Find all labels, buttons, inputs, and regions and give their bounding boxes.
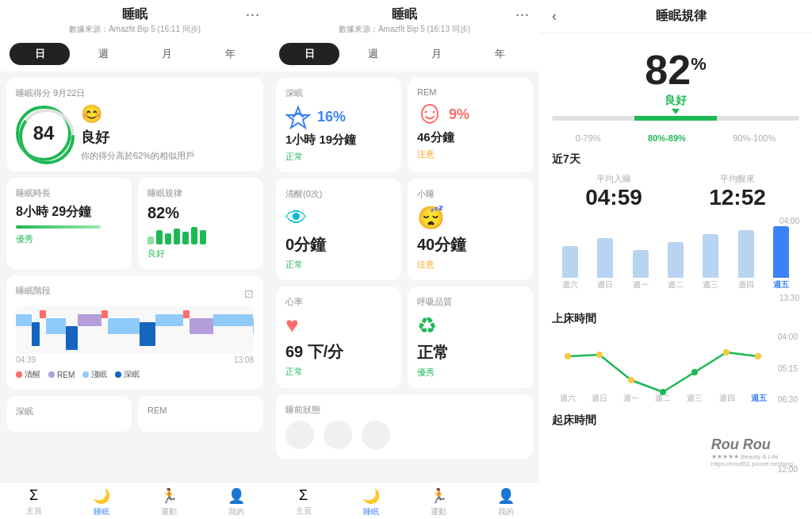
bar-col-5: 週三 [695,234,726,290]
awake-label: 清醒 [25,369,40,380]
tab-month-p2[interactable]: 月 [406,43,466,65]
nap-value: 40分鐘 [417,234,523,256]
avg-sleep-item: 平均入睡 04:59 [585,173,642,210]
avg-sleep-value: 04:59 [585,185,642,210]
avg-row: 平均入睡 04:59 平均醒來 12:52 [552,173,799,210]
svg-rect-8 [102,310,108,318]
tab-year-p2[interactable]: 年 [469,43,530,65]
expand-icon[interactable]: ⊡ [244,287,254,300]
home-icon-p1: Σ [29,487,38,504]
tab-day-p1[interactable]: 日 [10,43,70,65]
range-labels: 0-79% 80%-89% 90%-100% [552,133,799,143]
bar-4 [668,242,684,278]
bar-7 [773,226,789,278]
panel2-subtitle: 數據來源：Amazfit Bip 5 (16:13 同步) [270,24,539,35]
sport-icon-p2: 🏃 [430,487,447,505]
reg-label: 睡眠規律 [147,187,254,199]
panel2-nav: Σ 主頁 🌙 睡眠 🏃 運動 👤 我的 [270,482,539,519]
bar-3 [633,250,649,278]
rem-sub: 注意 [417,148,523,160]
svg-rect-15 [253,318,254,334]
range-seg-2 [634,116,717,121]
tab-month-p1[interactable]: 月 [136,43,197,65]
nav-sport-p2[interactable]: 🏃 運動 [404,487,472,517]
deep-card: 深眠 16% 1小時 19分鐘 正常 [276,78,401,172]
tab-week-p2[interactable]: 週 [343,43,403,65]
bedtime-title: 上床時間 [552,312,799,326]
breath-icon: ♻ [417,313,523,339]
reg-sub: 良好 [147,248,254,260]
bar-col-6: 週四 [730,230,760,290]
nav-home-p2[interactable]: Σ 主頁 [270,487,337,517]
sleep-score-card: 睡眠得分 9月22日 84 😊 良好 你的得分高於62%的相似用戶 [6,78,263,171]
deep-rem-row: 深眠 REM [6,396,263,432]
bedtime-top-label: 04:00 [778,333,798,341]
reg-bar-3 [165,233,171,244]
legend-awake: 清醒 [16,369,40,380]
range-label-3: 90%-100% [733,133,776,143]
light-label: 淺眠 [91,369,107,380]
breath-sub: 優秀 [417,367,523,379]
reg-value: 82% [147,204,254,222]
range-bar [552,116,799,121]
recent-title: 近7天 [552,152,799,167]
duration-reg-row: 睡眠時長 8小時 29分鐘 優秀 睡眠規律 82% 良好 [6,178,263,269]
deep-sub: 正常 [285,151,392,163]
score-card-body: 84 😊 良好 你的得分高於62%的相似用戶 [16,104,254,162]
panel2-dots[interactable]: ··· [515,6,530,23]
nav-me-p2[interactable]: 👤 我的 [472,487,539,517]
stage-start: 04:39 [16,356,36,364]
reg-bar-6 [191,227,197,244]
avg-wake-label: 平均醒來 [709,173,766,185]
chart-bot-label: 13:30 [552,294,799,302]
nap-card: 小睡 😴 40分鐘 注意 [408,179,533,280]
svg-rect-10 [140,322,155,346]
sport-icon-p1: 🏃 [160,487,178,505]
bedtime-days: 週六 週日 週一 週二 週三 週四 週五 [552,393,775,404]
score-unit: % [691,54,707,74]
legend-row: 清醒 REM 淺眠 深眠 [16,369,254,380]
avg-sleep-label: 平均入睡 [585,173,642,185]
nap-icon: 😴 [417,205,523,231]
tab-day-p2[interactable]: 日 [279,43,339,65]
light-dot [82,371,89,378]
watermark-sub: ★★★★★ Beauty & Lifehttps://rou852.pixnet… [711,453,793,467]
waketime-title: 起床時間 [552,413,799,428]
tab-year-p1[interactable]: 年 [200,43,260,65]
awake-icon: 👁 [285,205,392,231]
nav-home-p1[interactable]: Σ 主頁 [0,487,67,517]
nav-sport-p1[interactable]: 🏃 運動 [135,487,202,517]
panel1-dots[interactable]: ··· [246,6,260,23]
panel1-header: 睡眠 數據來源：Amazfit Bip 5 (16:11 同步) ··· [0,0,270,38]
score-status: 良好 [81,128,194,147]
svg-point-20 [628,377,634,383]
rem-card: REM 9% 46分鐘 注意 [408,78,533,172]
awake-nap-cards: 清醒(0次) 👁 0分鐘 正常 小睡 😴 40分鐘 注意 [276,179,533,280]
tab-week-p1[interactable]: 週 [73,43,133,65]
presleep-card: 睡前狀態 [276,394,533,459]
panel2-content: 深眠 16% 1小時 19分鐘 正常 REM [270,71,539,482]
range-marker [672,109,680,114]
sleep-icon-p1: 🌙 [93,487,110,505]
svg-rect-14 [213,314,253,326]
duration-card: 睡眠時長 8小時 29分鐘 優秀 [6,178,132,269]
heart-value: 69 下/分 [285,341,392,363]
nav-sleep-p2[interactable]: 🌙 睡眠 [337,487,404,517]
deep-label: 深眠 [124,369,140,380]
legend-rem: REM [48,369,75,380]
panel2-tabs: 日 週 月 年 [270,38,539,71]
deep-dot [115,371,121,378]
back-button[interactable]: ‹ [552,8,557,25]
awake-card-label: 清醒(0次) [285,188,392,200]
home-label-p1: 主頁 [26,506,42,517]
nav-me-p1[interactable]: 👤 我的 [202,487,270,517]
nav-sleep-p1[interactable]: 🌙 睡眠 [67,487,135,517]
heart-card: 心率 ♥ 69 下/分 正常 [276,286,401,388]
duration-label: 睡眠時長 [16,187,122,199]
svg-rect-13 [190,318,213,334]
sleep-label-p1: 睡眠 [94,506,109,517]
breath-value: 正常 [417,342,523,363]
awake-card: 清醒(0次) 👁 0分鐘 正常 [276,179,401,280]
panel1-nav: Σ 主頁 🌙 睡眠 🏃 運動 👤 我的 [0,482,270,519]
bar-col-3: 週一 [626,250,656,290]
